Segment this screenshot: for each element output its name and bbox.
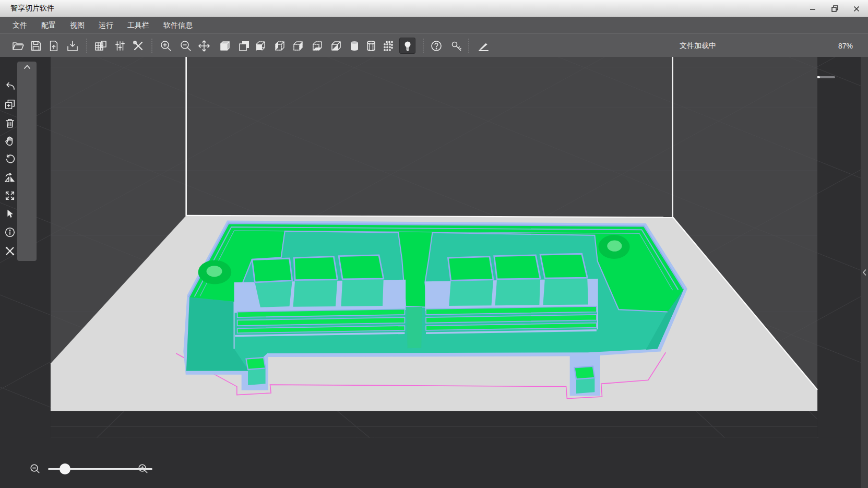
menu-file[interactable]: 文件 [13, 21, 27, 30]
menu-toolbar[interactable]: 工具栏 [127, 21, 149, 30]
toolbar-separator [468, 39, 469, 53]
view-layers-button[interactable] [236, 38, 252, 54]
sliders-icon [114, 40, 126, 52]
menu-config[interactable]: 配置 [41, 21, 56, 30]
repair-tools-icon [4, 245, 16, 257]
point-cloud-icon [382, 40, 395, 52]
cylinder-wire-icon [365, 40, 377, 52]
view-cylinder-button[interactable] [346, 38, 362, 54]
file-upload-icon [48, 40, 60, 52]
menu-about[interactable]: 软件信息 [163, 21, 193, 30]
lightbulb-icon [401, 40, 414, 52]
open-folder-icon [11, 40, 24, 52]
save-file-button[interactable] [28, 38, 44, 54]
toolbar: 文件加载中 87% [0, 33, 868, 57]
right-panel-collapse[interactable] [861, 57, 868, 488]
key-icon [450, 40, 462, 52]
cylinder-solid-icon [348, 40, 361, 52]
panel-collapse-button[interactable] [17, 62, 37, 72]
app-window: 智享切片软件 文件 配置 视图 运行 工具栏 软件信息 [0, 0, 868, 488]
fit-view-button[interactable] [0, 188, 19, 204]
camera-zoom-knob[interactable] [60, 463, 70, 474]
view-cylinder-wire-button[interactable] [363, 38, 379, 54]
zoom-in-icon [137, 463, 149, 474]
help-button[interactable] [428, 38, 444, 54]
download-tray-icon [66, 40, 79, 52]
view-cube-front-button[interactable] [252, 38, 268, 54]
zoom-out-button[interactable] [177, 38, 194, 54]
camera-zoom-out-button[interactable] [29, 462, 41, 475]
chevron-left-icon [862, 268, 867, 277]
close-button[interactable] [849, 3, 864, 15]
toolbar-separator [151, 39, 152, 53]
mirror-scale-button[interactable] [0, 170, 19, 186]
help-icon [430, 40, 443, 52]
print-parameters-button[interactable] [112, 38, 128, 54]
menu-view[interactable]: 视图 [70, 21, 85, 30]
viewport-3d[interactable] [0, 57, 868, 488]
delete-button[interactable] [0, 115, 19, 131]
chevron-up-icon [23, 64, 31, 70]
file-loading-label: 文件加载中 [680, 34, 716, 57]
view-cube-right-button[interactable] [290, 38, 306, 54]
view-points-button[interactable] [380, 38, 396, 54]
screw-boss-right [598, 235, 629, 259]
cube-section-icon [330, 40, 342, 52]
info-button[interactable] [0, 224, 19, 240]
rotate-ccw-icon [4, 153, 16, 165]
save-floppy-icon [30, 40, 42, 52]
small-cube-right [575, 366, 595, 394]
minimize-button[interactable] [805, 3, 820, 15]
import-model-button[interactable] [45, 38, 62, 54]
restore-button[interactable] [827, 3, 842, 15]
open-file-button[interactable] [9, 38, 26, 54]
view-cube-section-button[interactable] [328, 38, 344, 54]
cube-right-face-icon [292, 40, 304, 52]
menu-run[interactable]: 运行 [99, 21, 113, 30]
pen-icon [477, 40, 490, 52]
scene-canvas [0, 57, 868, 488]
export-model-button[interactable] [64, 38, 80, 54]
view-solid-button[interactable] [217, 38, 233, 54]
window-controls [805, 0, 864, 17]
license-key-button[interactable] [448, 38, 464, 54]
window-title: 智享切片软件 [10, 4, 54, 13]
duplicate-icon [4, 99, 16, 110]
trash-icon [4, 117, 16, 129]
small-cube-left [246, 358, 266, 385]
machine-settings-button[interactable] [92, 38, 109, 54]
menubar: 文件 配置 视图 运行 工具栏 软件信息 [0, 17, 868, 33]
zoom-in-button[interactable] [158, 38, 174, 54]
lighting-button[interactable] [399, 38, 415, 54]
select-button[interactable] [0, 206, 19, 222]
screw-boss-left [198, 260, 232, 284]
mirror-scale-icon [4, 172, 16, 184]
undo-button[interactable] [0, 79, 19, 94]
camera-zoom-in-button[interactable] [137, 462, 149, 475]
toolbar-separator [423, 39, 424, 53]
expand-arrows-icon [4, 190, 16, 201]
foreground-floor [51, 411, 817, 437]
tools-button[interactable] [130, 38, 146, 54]
center-column [407, 307, 422, 349]
pan-button[interactable] [0, 133, 19, 149]
side-tool-panel [17, 62, 37, 261]
annotate-pen-button[interactable] [475, 38, 491, 54]
duplicate-button[interactable] [0, 97, 19, 112]
repair-tools-button[interactable] [0, 243, 19, 259]
wrench-screwdriver-icon [132, 40, 145, 52]
view-cube-left-button[interactable] [271, 38, 288, 54]
move-view-button[interactable] [196, 38, 212, 54]
camera-zoom-bar [26, 461, 167, 476]
rotate-button[interactable] [0, 151, 19, 167]
view-cube-bottom-button[interactable] [309, 38, 325, 54]
info-icon [4, 227, 16, 238]
minimize-icon [809, 5, 816, 13]
cube-left-face-icon [274, 40, 286, 52]
restore-icon [831, 5, 839, 13]
close-icon [853, 5, 860, 13]
titlebar: 智享切片软件 [0, 0, 868, 17]
zoom-in-icon [160, 40, 172, 52]
cube-solid-icon [219, 40, 231, 52]
zoom-out-icon [29, 463, 41, 474]
